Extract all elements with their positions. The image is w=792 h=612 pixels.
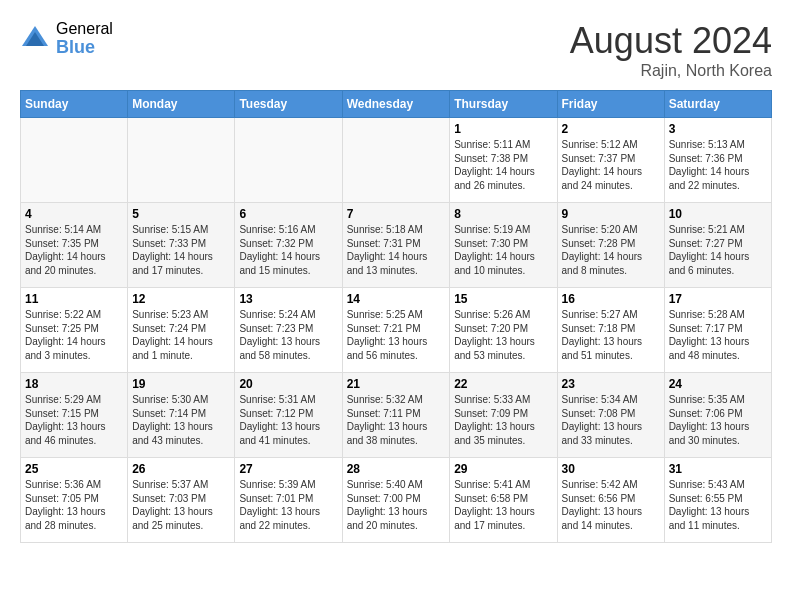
calendar-header-row: SundayMondayTuesdayWednesdayThursdayFrid…	[21, 91, 772, 118]
day-info: Sunrise: 5:24 AM Sunset: 7:23 PM Dayligh…	[239, 308, 337, 362]
calendar-cell: 11Sunrise: 5:22 AM Sunset: 7:25 PM Dayli…	[21, 288, 128, 373]
calendar-cell: 25Sunrise: 5:36 AM Sunset: 7:05 PM Dayli…	[21, 458, 128, 543]
page-header: General Blue August 2024 Rajin, North Ko…	[20, 20, 772, 80]
day-number: 16	[562, 292, 660, 306]
day-info: Sunrise: 5:15 AM Sunset: 7:33 PM Dayligh…	[132, 223, 230, 277]
day-number: 3	[669, 122, 767, 136]
day-number: 5	[132, 207, 230, 221]
day-info: Sunrise: 5:34 AM Sunset: 7:08 PM Dayligh…	[562, 393, 660, 447]
day-info: Sunrise: 5:30 AM Sunset: 7:14 PM Dayligh…	[132, 393, 230, 447]
calendar-cell: 12Sunrise: 5:23 AM Sunset: 7:24 PM Dayli…	[128, 288, 235, 373]
column-header-wednesday: Wednesday	[342, 91, 450, 118]
day-info: Sunrise: 5:11 AM Sunset: 7:38 PM Dayligh…	[454, 138, 552, 192]
day-number: 31	[669, 462, 767, 476]
calendar-table: SundayMondayTuesdayWednesdayThursdayFrid…	[20, 90, 772, 543]
day-info: Sunrise: 5:16 AM Sunset: 7:32 PM Dayligh…	[239, 223, 337, 277]
calendar-cell: 28Sunrise: 5:40 AM Sunset: 7:00 PM Dayli…	[342, 458, 450, 543]
calendar-cell: 31Sunrise: 5:43 AM Sunset: 6:55 PM Dayli…	[664, 458, 771, 543]
day-info: Sunrise: 5:37 AM Sunset: 7:03 PM Dayligh…	[132, 478, 230, 532]
day-number: 14	[347, 292, 446, 306]
day-info: Sunrise: 5:21 AM Sunset: 7:27 PM Dayligh…	[669, 223, 767, 277]
calendar-cell	[21, 118, 128, 203]
calendar-cell: 21Sunrise: 5:32 AM Sunset: 7:11 PM Dayli…	[342, 373, 450, 458]
day-info: Sunrise: 5:31 AM Sunset: 7:12 PM Dayligh…	[239, 393, 337, 447]
day-info: Sunrise: 5:39 AM Sunset: 7:01 PM Dayligh…	[239, 478, 337, 532]
title-block: August 2024 Rajin, North Korea	[570, 20, 772, 80]
day-number: 13	[239, 292, 337, 306]
calendar-cell: 22Sunrise: 5:33 AM Sunset: 7:09 PM Dayli…	[450, 373, 557, 458]
calendar-cell: 30Sunrise: 5:42 AM Sunset: 6:56 PM Dayli…	[557, 458, 664, 543]
day-info: Sunrise: 5:25 AM Sunset: 7:21 PM Dayligh…	[347, 308, 446, 362]
column-header-thursday: Thursday	[450, 91, 557, 118]
day-info: Sunrise: 5:23 AM Sunset: 7:24 PM Dayligh…	[132, 308, 230, 362]
day-number: 22	[454, 377, 552, 391]
day-info: Sunrise: 5:33 AM Sunset: 7:09 PM Dayligh…	[454, 393, 552, 447]
logo: General Blue	[20, 20, 113, 57]
calendar-cell: 10Sunrise: 5:21 AM Sunset: 7:27 PM Dayli…	[664, 203, 771, 288]
day-number: 4	[25, 207, 123, 221]
day-info: Sunrise: 5:22 AM Sunset: 7:25 PM Dayligh…	[25, 308, 123, 362]
calendar-cell: 4Sunrise: 5:14 AM Sunset: 7:35 PM Daylig…	[21, 203, 128, 288]
day-info: Sunrise: 5:13 AM Sunset: 7:36 PM Dayligh…	[669, 138, 767, 192]
calendar-cell: 26Sunrise: 5:37 AM Sunset: 7:03 PM Dayli…	[128, 458, 235, 543]
calendar-cell	[342, 118, 450, 203]
day-info: Sunrise: 5:36 AM Sunset: 7:05 PM Dayligh…	[25, 478, 123, 532]
day-info: Sunrise: 5:14 AM Sunset: 7:35 PM Dayligh…	[25, 223, 123, 277]
day-info: Sunrise: 5:29 AM Sunset: 7:15 PM Dayligh…	[25, 393, 123, 447]
day-number: 18	[25, 377, 123, 391]
day-info: Sunrise: 5:27 AM Sunset: 7:18 PM Dayligh…	[562, 308, 660, 362]
day-info: Sunrise: 5:40 AM Sunset: 7:00 PM Dayligh…	[347, 478, 446, 532]
calendar-cell: 20Sunrise: 5:31 AM Sunset: 7:12 PM Dayli…	[235, 373, 342, 458]
logo-text: General Blue	[56, 20, 113, 57]
calendar-cell	[128, 118, 235, 203]
column-header-friday: Friday	[557, 91, 664, 118]
day-number: 28	[347, 462, 446, 476]
calendar-cell: 17Sunrise: 5:28 AM Sunset: 7:17 PM Dayli…	[664, 288, 771, 373]
day-number: 2	[562, 122, 660, 136]
day-number: 10	[669, 207, 767, 221]
calendar-cell	[235, 118, 342, 203]
day-info: Sunrise: 5:28 AM Sunset: 7:17 PM Dayligh…	[669, 308, 767, 362]
day-info: Sunrise: 5:35 AM Sunset: 7:06 PM Dayligh…	[669, 393, 767, 447]
day-number: 15	[454, 292, 552, 306]
calendar-cell: 7Sunrise: 5:18 AM Sunset: 7:31 PM Daylig…	[342, 203, 450, 288]
day-info: Sunrise: 5:42 AM Sunset: 6:56 PM Dayligh…	[562, 478, 660, 532]
location-subtitle: Rajin, North Korea	[570, 62, 772, 80]
month-year-title: August 2024	[570, 20, 772, 62]
day-info: Sunrise: 5:12 AM Sunset: 7:37 PM Dayligh…	[562, 138, 660, 192]
day-info: Sunrise: 5:32 AM Sunset: 7:11 PM Dayligh…	[347, 393, 446, 447]
calendar-cell: 13Sunrise: 5:24 AM Sunset: 7:23 PM Dayli…	[235, 288, 342, 373]
calendar-cell: 24Sunrise: 5:35 AM Sunset: 7:06 PM Dayli…	[664, 373, 771, 458]
day-number: 26	[132, 462, 230, 476]
logo-general: General	[56, 20, 113, 38]
calendar-cell: 8Sunrise: 5:19 AM Sunset: 7:30 PM Daylig…	[450, 203, 557, 288]
calendar-cell: 15Sunrise: 5:26 AM Sunset: 7:20 PM Dayli…	[450, 288, 557, 373]
calendar-cell: 2Sunrise: 5:12 AM Sunset: 7:37 PM Daylig…	[557, 118, 664, 203]
calendar-cell: 6Sunrise: 5:16 AM Sunset: 7:32 PM Daylig…	[235, 203, 342, 288]
calendar-cell: 16Sunrise: 5:27 AM Sunset: 7:18 PM Dayli…	[557, 288, 664, 373]
calendar-cell: 18Sunrise: 5:29 AM Sunset: 7:15 PM Dayli…	[21, 373, 128, 458]
day-number: 19	[132, 377, 230, 391]
day-info: Sunrise: 5:26 AM Sunset: 7:20 PM Dayligh…	[454, 308, 552, 362]
day-number: 6	[239, 207, 337, 221]
day-number: 12	[132, 292, 230, 306]
day-info: Sunrise: 5:41 AM Sunset: 6:58 PM Dayligh…	[454, 478, 552, 532]
logo-icon	[20, 24, 50, 54]
column-header-tuesday: Tuesday	[235, 91, 342, 118]
day-number: 24	[669, 377, 767, 391]
column-header-saturday: Saturday	[664, 91, 771, 118]
calendar-cell: 3Sunrise: 5:13 AM Sunset: 7:36 PM Daylig…	[664, 118, 771, 203]
day-number: 27	[239, 462, 337, 476]
calendar-cell: 1Sunrise: 5:11 AM Sunset: 7:38 PM Daylig…	[450, 118, 557, 203]
day-number: 29	[454, 462, 552, 476]
calendar-cell: 23Sunrise: 5:34 AM Sunset: 7:08 PM Dayli…	[557, 373, 664, 458]
day-number: 20	[239, 377, 337, 391]
calendar-cell: 19Sunrise: 5:30 AM Sunset: 7:14 PM Dayli…	[128, 373, 235, 458]
column-header-sunday: Sunday	[21, 91, 128, 118]
day-number: 11	[25, 292, 123, 306]
day-info: Sunrise: 5:18 AM Sunset: 7:31 PM Dayligh…	[347, 223, 446, 277]
day-number: 17	[669, 292, 767, 306]
calendar-cell: 27Sunrise: 5:39 AM Sunset: 7:01 PM Dayli…	[235, 458, 342, 543]
calendar-week-2: 4Sunrise: 5:14 AM Sunset: 7:35 PM Daylig…	[21, 203, 772, 288]
day-number: 9	[562, 207, 660, 221]
